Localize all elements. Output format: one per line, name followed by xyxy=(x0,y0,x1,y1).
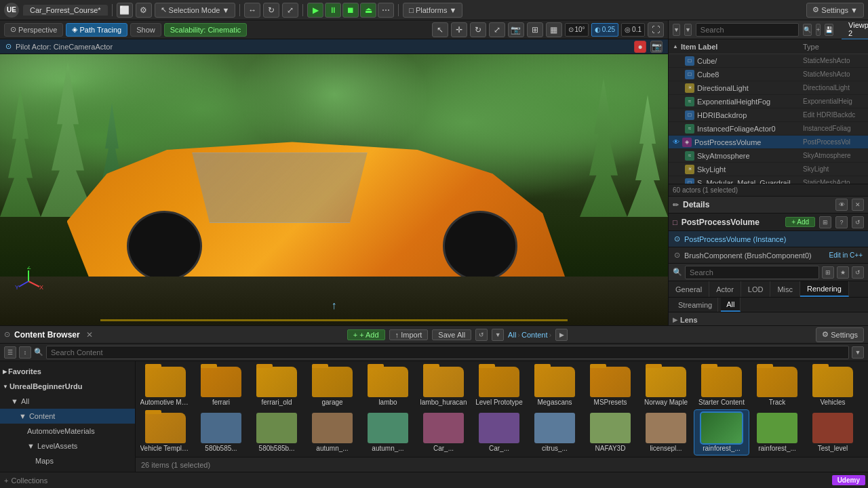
outliner-add-icon[interactable]: + xyxy=(816,24,821,36)
cb-asset-4[interactable]: Car_... xyxy=(416,410,471,455)
outliner-row-6[interactable]: 👁◈PostProcessVolumePostProcessVol xyxy=(669,136,868,149)
cb-asset-7[interactable]: NAFAY3D xyxy=(583,410,637,455)
cb-asset-5[interactable]: Car_... xyxy=(472,410,526,455)
details-star-icon[interactable]: ★ xyxy=(837,266,849,279)
filter-icon[interactable]: ▼ xyxy=(673,24,680,36)
platforms-btn[interactable]: □ Platforms ▼ xyxy=(403,3,462,18)
outliner-search[interactable] xyxy=(696,23,799,37)
scalability-btn[interactable]: Scalability: Cinematic xyxy=(164,23,248,37)
cb-asset-6[interactable]: citrus_... xyxy=(528,410,582,455)
cb-add-btn[interactable]: + + Add xyxy=(347,329,385,340)
stop-btn[interactable]: ⏹ xyxy=(342,3,359,18)
favorites-section[interactable]: ▶ Favorites xyxy=(0,364,135,379)
cb-folder-13[interactable]: Vehicle Template xyxy=(138,410,193,455)
details-tab-general[interactable]: General xyxy=(669,281,709,297)
app-logo[interactable]: UE xyxy=(4,3,19,18)
cb-search-input[interactable] xyxy=(46,346,849,359)
details-tab-rendering[interactable]: Rendering xyxy=(800,281,849,297)
details-edit-cpp-btn[interactable]: Edit in C++ xyxy=(829,251,863,259)
path-tracing-btn[interactable]: ◈ Path Tracing xyxy=(66,23,127,37)
sidebar-content-item[interactable]: ▼ Content xyxy=(0,409,135,424)
breadcrumb-all[interactable]: All xyxy=(508,331,516,339)
cb-settings-btn[interactable]: ⚙ Settings xyxy=(816,327,864,342)
subtab-streaming[interactable]: Streaming xyxy=(673,298,718,312)
vp-cursor-icon[interactable]: ↖ xyxy=(432,22,448,37)
vp-grid-icon[interactable]: ⊞ xyxy=(527,22,543,37)
cb-expand-icon[interactable]: ▶ xyxy=(555,329,568,341)
details-eye-icon[interactable]: 👁 xyxy=(835,199,848,211)
outliner-row-9[interactable]: □S_Modular_Metal_Guardrail_uh1klStaticMe… xyxy=(669,176,868,184)
outliner-row-8[interactable]: ☀SkyLightSkyLight xyxy=(669,163,868,176)
cb-asset-11[interactable]: Test_level xyxy=(806,410,860,455)
details-instance-row[interactable]: ⊙ PostProcessVolume (Instance) xyxy=(669,231,868,247)
cb-sort-icon[interactable]: ↕ xyxy=(19,346,31,359)
subtab-all[interactable]: All xyxy=(721,298,741,312)
sidebar-automotive-item[interactable]: AutomotiveMaterials xyxy=(0,424,135,439)
cb-refresh-icon[interactable]: ↺ xyxy=(475,329,488,341)
cb-asset-3[interactable]: autumn_... xyxy=(361,410,415,455)
cb-folder-4[interactable]: lambo xyxy=(361,364,415,409)
cb-folder-3[interactable]: garage xyxy=(305,364,359,409)
outliner-row-3[interactable]: ≈ExponentialHeightFogExponentialHeig xyxy=(669,95,868,108)
vp-maximize-icon[interactable]: ⛶ xyxy=(648,22,664,37)
cb-asset-10[interactable]: rainforest_... xyxy=(750,410,804,455)
outliner-row-7[interactable]: ≈SkyAtmosphereSkyAtmosphere xyxy=(669,149,868,163)
more-btn[interactable]: ⋯ xyxy=(378,3,394,18)
cb-asset-0[interactable]: 580b585... xyxy=(194,410,248,455)
details-search-input[interactable] xyxy=(685,266,819,279)
cb-folder-8[interactable]: MSPresets xyxy=(583,364,637,409)
transform-btn-3[interactable]: ⤢ xyxy=(282,3,298,18)
cb-folder-0[interactable]: Automotive Materials xyxy=(138,364,193,409)
transform-btn-2[interactable]: ↻ xyxy=(263,3,279,18)
cb-asset-9[interactable]: rainforest_... xyxy=(694,410,749,455)
details-icon1[interactable]: ⊞ xyxy=(819,216,831,228)
cb-folder-6[interactable]: Level Prototype xyxy=(472,364,526,409)
details-icon2[interactable]: ? xyxy=(835,216,848,228)
play-btn[interactable]: ▶ xyxy=(307,3,323,18)
cb-folder-7[interactable]: Megascans xyxy=(528,364,582,409)
outliner-row-2[interactable]: ☀DirectionalLightDirectionalLight xyxy=(669,81,868,95)
viewport-3d[interactable]: X Z Y ↑ xyxy=(0,54,668,325)
filter2-icon[interactable]: ▼ xyxy=(684,24,692,36)
cb-folder-9[interactable]: Norway Maple xyxy=(639,364,693,409)
outliner-eye-icon[interactable]: 👁 xyxy=(673,138,679,146)
outliner-row-5[interactable]: ≈InstancedFoliageActor0InstancedFoliag xyxy=(669,122,868,136)
toolbar-icon-2[interactable]: ⚙ xyxy=(136,3,152,18)
outliner-row-0[interactable]: □Cube/StaticMeshActo xyxy=(669,54,868,68)
lens-section-header[interactable]: ▶ Lens xyxy=(669,312,868,325)
vp-scale-icon[interactable]: ⤢ xyxy=(489,22,505,37)
project-tab[interactable]: Car_Forrest_Course* xyxy=(23,5,108,16)
cb-folder-11[interactable]: Track xyxy=(750,364,804,409)
breadcrumb-content[interactable]: Content xyxy=(521,331,548,339)
details-tab-actor[interactable]: Actor xyxy=(709,281,741,297)
details-icon3[interactable]: ↺ xyxy=(852,216,864,228)
cb-search-dropdown-icon[interactable]: ▼ xyxy=(852,346,864,359)
details-view-icon[interactable]: ⊞ xyxy=(822,266,834,279)
outliner-search-icon[interactable]: 🔍 xyxy=(803,24,812,36)
tab-viewport2[interactable]: Viewport 2 xyxy=(842,20,868,40)
outliner-row-4[interactable]: □HDRIBackdropEdit HDRIBackdc xyxy=(669,108,868,122)
perspective-btn[interactable]: ⊙ Perspective xyxy=(4,23,63,37)
cb-folder-10[interactable]: Starter Content xyxy=(694,364,749,409)
sidebar-levelassets-item[interactable]: ▼ LevelAssets xyxy=(0,439,135,453)
camera-record-btn[interactable]: ● xyxy=(634,41,646,53)
cb-asset-2[interactable]: autumn_... xyxy=(305,410,359,455)
vp-rotate-icon[interactable]: ↻ xyxy=(470,22,486,37)
cb-close-btn[interactable]: ✕ xyxy=(84,329,95,340)
selection-mode-btn[interactable]: ↖ Selection Mode ▼ xyxy=(155,3,236,18)
camera-snap-btn[interactable]: 📷 xyxy=(650,41,663,53)
outliner-row-1[interactable]: □Cube8StaticMeshActo xyxy=(669,68,868,81)
collections-add-icon[interactable]: + xyxy=(4,476,8,485)
outliner-save-icon[interactable]: 💾 xyxy=(825,24,833,36)
vp-grid2-icon[interactable]: ▦ xyxy=(546,22,562,37)
transform-btn-1[interactable]: ↔ xyxy=(244,3,260,18)
cb-folder-1[interactable]: ferrari xyxy=(194,364,248,409)
details-tab-lod[interactable]: LOD xyxy=(741,281,771,297)
eject-btn[interactable]: ⏏ xyxy=(360,3,376,18)
cb-asset-8[interactable]: licensepl... xyxy=(639,410,693,455)
cb-view-toggle[interactable]: ☰ xyxy=(4,346,16,359)
details-reset-icon[interactable]: ↺ xyxy=(852,266,864,279)
settings-btn[interactable]: ⚙ Settings ▼ xyxy=(806,3,864,18)
cb-folder-12[interactable]: Vehicles xyxy=(806,364,860,409)
details-tab-misc[interactable]: Misc xyxy=(770,281,800,297)
